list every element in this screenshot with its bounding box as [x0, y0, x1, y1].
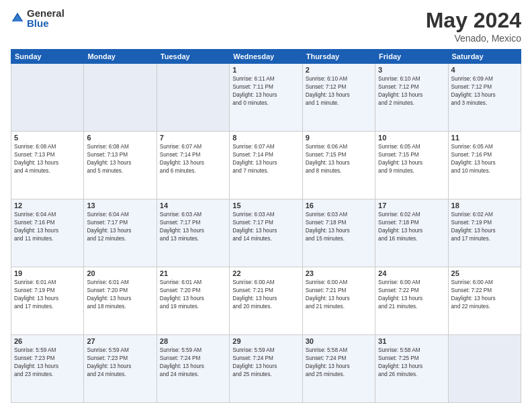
day-number: 31: [378, 337, 445, 345]
day-info: Sunrise: 6:08 AMSunset: 7:13 PMDaylight:…: [14, 143, 81, 175]
day-info: Sunrise: 6:03 AMSunset: 7:17 PMDaylight:…: [232, 211, 299, 243]
day-number: 14: [160, 201, 226, 210]
day-number: 6: [87, 134, 153, 142]
table-row: [157, 64, 229, 132]
day-info: Sunrise: 6:06 AMSunset: 7:15 PMDaylight:…: [306, 143, 372, 175]
table-row: 21Sunrise: 6:01 AMSunset: 7:20 PMDayligh…: [157, 267, 229, 335]
table-row: 12Sunrise: 6:04 AMSunset: 7:16 PMDayligh…: [11, 199, 84, 267]
header: General Blue May 2024 Venado, Mexico: [11, 8, 521, 44]
day-info: Sunrise: 6:00 AMSunset: 7:21 PMDaylight:…: [306, 279, 372, 311]
table-row: 25Sunrise: 6:00 AMSunset: 7:22 PMDayligh…: [448, 267, 521, 335]
day-number: 22: [232, 269, 299, 277]
day-info: Sunrise: 6:03 AMSunset: 7:17 PMDaylight:…: [160, 211, 226, 243]
day-number: 28: [160, 337, 226, 345]
table-row: 30Sunrise: 5:58 AMSunset: 7:24 PMDayligh…: [302, 335, 375, 403]
day-number: 15: [232, 201, 299, 210]
col-thursday: Thursday: [302, 50, 375, 64]
table-row: [448, 335, 521, 403]
table-row: 4Sunrise: 6:09 AMSunset: 7:12 PMDaylight…: [448, 64, 521, 132]
day-number: 27: [87, 337, 153, 345]
table-row: 1Sunrise: 6:11 AMSunset: 7:11 PMDaylight…: [230, 64, 302, 132]
day-info: Sunrise: 6:04 AMSunset: 7:16 PMDaylight:…: [14, 211, 81, 243]
table-row: 3Sunrise: 6:10 AMSunset: 7:12 PMDaylight…: [375, 64, 448, 132]
table-row: 18Sunrise: 6:02 AMSunset: 7:19 PMDayligh…: [448, 199, 521, 267]
day-number: 19: [14, 269, 81, 277]
day-info: Sunrise: 6:00 AMSunset: 7:22 PMDaylight:…: [378, 279, 445, 311]
title-month: May 2024: [426, 8, 521, 33]
day-number: 17: [378, 201, 445, 210]
day-info: Sunrise: 6:11 AMSunset: 7:11 PMDaylight:…: [232, 75, 299, 107]
day-number: 18: [451, 201, 518, 210]
table-row: 24Sunrise: 6:00 AMSunset: 7:22 PMDayligh…: [375, 267, 448, 335]
day-info: Sunrise: 6:02 AMSunset: 7:18 PMDaylight:…: [378, 211, 445, 243]
calendar-header-row: Sunday Monday Tuesday Wednesday Thursday…: [11, 50, 521, 64]
day-number: 1: [232, 66, 299, 74]
title-location: Venado, Mexico: [426, 33, 521, 44]
table-row: 22Sunrise: 6:00 AMSunset: 7:21 PMDayligh…: [230, 267, 302, 335]
day-info: Sunrise: 6:01 AMSunset: 7:20 PMDaylight:…: [87, 279, 153, 311]
day-number: 4: [451, 66, 518, 74]
table-row: 14Sunrise: 6:03 AMSunset: 7:17 PMDayligh…: [157, 199, 229, 267]
title-block: May 2024 Venado, Mexico: [426, 8, 521, 44]
day-number: 20: [87, 269, 153, 277]
col-friday: Friday: [375, 50, 448, 64]
day-number: 10: [378, 134, 445, 142]
table-row: 29Sunrise: 5:59 AMSunset: 7:24 PMDayligh…: [230, 335, 302, 403]
table-row: 7Sunrise: 6:07 AMSunset: 7:14 PMDaylight…: [157, 132, 229, 199]
day-info: Sunrise: 5:59 AMSunset: 7:23 PMDaylight:…: [87, 347, 153, 379]
calendar-week-row: 1Sunrise: 6:11 AMSunset: 7:11 PMDaylight…: [11, 64, 521, 132]
day-number: 29: [232, 337, 299, 345]
day-number: 16: [306, 201, 372, 210]
table-row: 6Sunrise: 6:08 AMSunset: 7:13 PMDaylight…: [84, 132, 157, 199]
day-info: Sunrise: 6:10 AMSunset: 7:12 PMDaylight:…: [306, 75, 372, 107]
calendar-week-row: 12Sunrise: 6:04 AMSunset: 7:16 PMDayligh…: [11, 199, 521, 267]
day-info: Sunrise: 6:05 AMSunset: 7:15 PMDaylight:…: [378, 143, 445, 175]
day-info: Sunrise: 6:05 AMSunset: 7:16 PMDaylight:…: [451, 143, 518, 175]
day-info: Sunrise: 6:10 AMSunset: 7:12 PMDaylight:…: [378, 75, 445, 107]
logo-icon: [11, 11, 24, 25]
logo-text: General Blue: [27, 8, 64, 28]
table-row: 28Sunrise: 5:59 AMSunset: 7:24 PMDayligh…: [157, 335, 229, 403]
day-info: Sunrise: 6:02 AMSunset: 7:19 PMDaylight:…: [451, 211, 518, 243]
table-row: [11, 64, 84, 132]
day-info: Sunrise: 6:00 AMSunset: 7:21 PMDaylight:…: [232, 279, 299, 311]
table-row: 17Sunrise: 6:02 AMSunset: 7:18 PMDayligh…: [375, 199, 448, 267]
logo-general: General: [27, 8, 64, 18]
logo: General Blue: [11, 8, 64, 28]
day-info: Sunrise: 5:58 AMSunset: 7:24 PMDaylight:…: [306, 347, 372, 379]
day-info: Sunrise: 6:07 AMSunset: 7:14 PMDaylight:…: [232, 143, 299, 175]
calendar-table: Sunday Monday Tuesday Wednesday Thursday…: [11, 49, 521, 403]
table-row: 2Sunrise: 6:10 AMSunset: 7:12 PMDaylight…: [302, 64, 375, 132]
table-row: 27Sunrise: 5:59 AMSunset: 7:23 PMDayligh…: [84, 335, 157, 403]
day-number: 2: [306, 66, 372, 74]
day-number: 7: [160, 134, 226, 142]
day-info: Sunrise: 5:58 AMSunset: 7:25 PMDaylight:…: [378, 347, 445, 379]
table-row: 5Sunrise: 6:08 AMSunset: 7:13 PMDaylight…: [11, 132, 84, 199]
page: General Blue May 2024 Venado, Mexico Sun…: [0, 0, 532, 411]
col-sunday: Sunday: [11, 50, 84, 64]
day-number: 23: [306, 269, 372, 277]
day-info: Sunrise: 5:59 AMSunset: 7:24 PMDaylight:…: [160, 347, 226, 379]
table-row: 26Sunrise: 5:59 AMSunset: 7:23 PMDayligh…: [11, 335, 84, 403]
day-number: 5: [14, 134, 81, 142]
day-number: 13: [87, 201, 153, 210]
day-number: 21: [160, 269, 226, 277]
day-number: 11: [451, 134, 518, 142]
day-info: Sunrise: 6:07 AMSunset: 7:14 PMDaylight:…: [160, 143, 226, 175]
table-row: 20Sunrise: 6:01 AMSunset: 7:20 PMDayligh…: [84, 267, 157, 335]
day-number: 9: [306, 134, 372, 142]
day-info: Sunrise: 6:01 AMSunset: 7:19 PMDaylight:…: [14, 279, 81, 311]
day-info: Sunrise: 6:08 AMSunset: 7:13 PMDaylight:…: [87, 143, 153, 175]
table-row: [84, 64, 157, 132]
table-row: 10Sunrise: 6:05 AMSunset: 7:15 PMDayligh…: [375, 132, 448, 199]
table-row: 23Sunrise: 6:00 AMSunset: 7:21 PMDayligh…: [302, 267, 375, 335]
table-row: 15Sunrise: 6:03 AMSunset: 7:17 PMDayligh…: [230, 199, 302, 267]
calendar-week-row: 26Sunrise: 5:59 AMSunset: 7:23 PMDayligh…: [11, 335, 521, 403]
day-info: Sunrise: 5:59 AMSunset: 7:24 PMDaylight:…: [232, 347, 299, 379]
day-info: Sunrise: 6:00 AMSunset: 7:22 PMDaylight:…: [451, 279, 518, 311]
day-info: Sunrise: 6:04 AMSunset: 7:17 PMDaylight:…: [87, 211, 153, 243]
calendar-week-row: 5Sunrise: 6:08 AMSunset: 7:13 PMDaylight…: [11, 132, 521, 199]
table-row: 31Sunrise: 5:58 AMSunset: 7:25 PMDayligh…: [375, 335, 448, 403]
logo-blue: Blue: [27, 18, 64, 28]
table-row: 11Sunrise: 6:05 AMSunset: 7:16 PMDayligh…: [448, 132, 521, 199]
